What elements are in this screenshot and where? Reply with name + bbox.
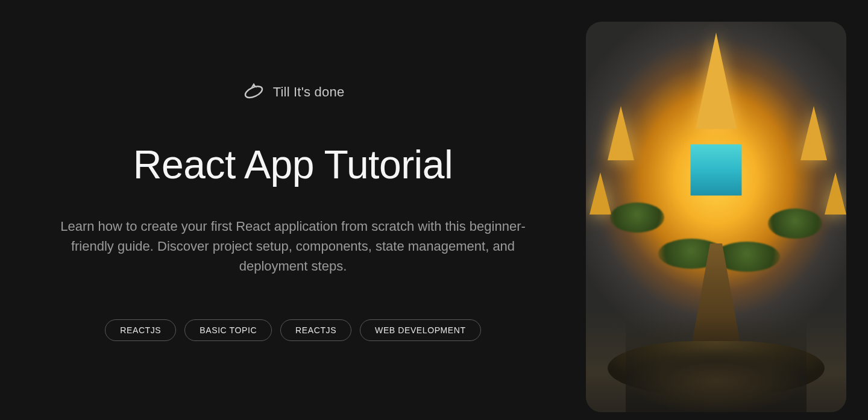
tag-basic-topic[interactable]: BASIC TOPIC <box>184 319 272 341</box>
hero-content: Till It's done React App Tutorial Learn … <box>22 0 564 420</box>
svg-point-0 <box>244 84 264 100</box>
tag-reactjs[interactable]: REACTJS <box>105 319 176 341</box>
brand-name: Till It's done <box>273 84 345 100</box>
tag-web-development[interactable]: WEB DEVELOPMENT <box>360 319 481 341</box>
page-subtitle: Learn how to create your first React app… <box>43 216 543 276</box>
tag-reactjs-2[interactable]: REACTJS <box>280 319 351 341</box>
tag-list: REACTJS BASIC TOPIC REACTJS WEB DEVELOPM… <box>105 319 480 341</box>
hero-illustration <box>586 22 846 412</box>
page-title: React App Tutorial <box>133 142 453 187</box>
brand-logo-icon <box>242 79 266 105</box>
brand: Till It's done <box>242 79 345 105</box>
